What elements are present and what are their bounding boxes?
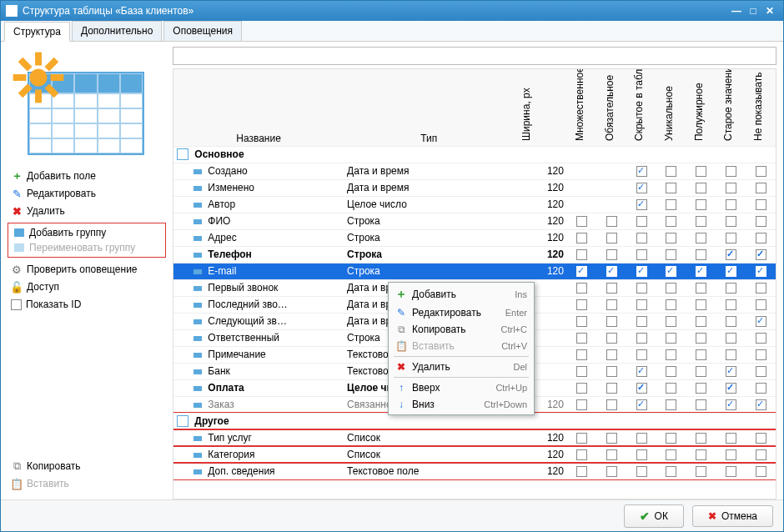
checkbox[interactable] (576, 466, 587, 477)
checkbox[interactable] (726, 216, 736, 227)
group-row[interactable]: Основное (173, 146, 776, 163)
ok-button[interactable]: ✔ОК (624, 504, 684, 528)
checkbox[interactable] (606, 266, 617, 277)
checkbox[interactable] (756, 433, 766, 444)
checkbox[interactable] (666, 449, 676, 460)
checkbox[interactable] (636, 299, 647, 310)
checkbox[interactable] (696, 449, 706, 460)
checkbox[interactable] (576, 299, 587, 310)
checkbox[interactable] (576, 449, 587, 460)
checkbox[interactable] (756, 233, 766, 243)
table-row[interactable]: ТелефонСтрока120 (173, 246, 776, 263)
checkbox[interactable] (726, 199, 736, 210)
checkbox[interactable] (576, 216, 587, 227)
checkbox[interactable] (756, 299, 766, 310)
cm-up[interactable]: ↑ВверхCtrl+Up (390, 379, 532, 396)
table-row[interactable]: ФИОСтрока120 (173, 213, 776, 229)
checkbox[interactable] (696, 466, 706, 477)
checkbox[interactable] (696, 366, 706, 377)
action-add-field[interactable]: ＋Добавить поле (8, 168, 166, 183)
checkbox[interactable] (696, 216, 706, 227)
checkbox[interactable] (606, 366, 617, 377)
cm-add[interactable]: ＋ДобавитьIns (390, 284, 532, 304)
checkbox[interactable] (606, 233, 617, 243)
checkbox[interactable] (696, 316, 706, 327)
checkbox[interactable] (696, 383, 706, 394)
checkbox[interactable] (696, 233, 706, 243)
checkbox[interactable] (666, 266, 676, 277)
minimize-button[interactable]: — (728, 5, 745, 17)
checkbox[interactable] (636, 266, 647, 277)
checkbox[interactable] (726, 299, 736, 310)
checkbox[interactable] (666, 199, 676, 210)
table-row[interactable]: АвторЦелое число120 (173, 196, 776, 213)
table-row[interactable]: АдресСтрока120 (173, 229, 776, 246)
checkbox[interactable] (756, 249, 766, 260)
checkbox[interactable] (606, 349, 617, 360)
checkbox[interactable] (696, 183, 706, 193)
checkbox[interactable] (696, 266, 706, 277)
checkbox[interactable] (606, 316, 617, 327)
checkbox[interactable] (636, 433, 647, 444)
checkbox[interactable] (636, 316, 647, 327)
checkbox[interactable] (756, 266, 766, 277)
checkbox[interactable] (756, 183, 766, 193)
checkbox[interactable] (576, 249, 587, 260)
checkbox[interactable] (726, 466, 736, 477)
close-button[interactable]: ✕ (761, 5, 778, 17)
checkbox[interactable] (636, 466, 647, 477)
checkbox[interactable] (666, 349, 676, 360)
action-show-id[interactable]: Показать ID (8, 297, 166, 312)
table-row[interactable]: КатегорияСписок120 (173, 446, 776, 463)
checkbox[interactable] (756, 333, 766, 344)
checkbox[interactable] (606, 433, 617, 444)
table-row[interactable]: ИзмененоДата и время120 (173, 179, 776, 196)
checkbox[interactable] (666, 366, 676, 377)
checkbox[interactable] (606, 399, 617, 410)
checkbox[interactable] (756, 366, 766, 377)
action-access[interactable]: 🔓Доступ (8, 279, 166, 294)
checkbox[interactable] (666, 333, 676, 344)
checkbox[interactable] (636, 333, 647, 344)
checkbox[interactable] (636, 199, 647, 210)
checkbox[interactable] (666, 466, 676, 477)
cm-edit[interactable]: ✎РедактироватьEnter (390, 304, 532, 321)
checkbox[interactable] (666, 183, 676, 193)
table-row[interactable]: E-mailСтрока120 (173, 263, 776, 279)
checkbox[interactable] (666, 433, 676, 444)
checkbox[interactable] (606, 333, 617, 344)
checkbox[interactable] (636, 166, 647, 177)
checkbox[interactable] (636, 183, 647, 193)
checkbox[interactable] (576, 233, 587, 243)
checkbox[interactable] (726, 183, 736, 193)
checkbox[interactable] (576, 383, 587, 394)
cm-copy[interactable]: ⧉КопироватьCtrl+C (390, 321, 532, 338)
checkbox[interactable] (606, 466, 617, 477)
checkbox[interactable] (726, 366, 736, 377)
checkbox[interactable] (696, 399, 706, 410)
cm-down[interactable]: ↓ВнизCtrl+Down (390, 396, 532, 413)
checkbox[interactable] (666, 249, 676, 260)
checkbox[interactable] (756, 216, 766, 227)
cancel-button[interactable]: ✖Отмена (692, 505, 773, 527)
checkbox[interactable] (666, 216, 676, 227)
checkbox[interactable] (606, 283, 617, 294)
checkbox[interactable] (606, 383, 617, 394)
checkbox[interactable] (696, 166, 706, 177)
checkbox[interactable] (696, 249, 706, 260)
action-edit[interactable]: ✎Редактировать (8, 186, 166, 201)
checkbox[interactable] (726, 233, 736, 243)
checkbox[interactable] (756, 199, 766, 210)
checkbox[interactable] (636, 233, 647, 243)
checkbox[interactable] (726, 333, 736, 344)
checkbox[interactable] (696, 333, 706, 344)
checkbox[interactable] (756, 349, 766, 360)
checkbox[interactable] (756, 166, 766, 177)
checkbox[interactable] (696, 199, 706, 210)
checkbox[interactable] (636, 349, 647, 360)
checkbox[interactable] (696, 433, 706, 444)
checkbox[interactable] (756, 316, 766, 327)
checkbox[interactable] (666, 283, 676, 294)
checkbox[interactable] (726, 349, 736, 360)
checkbox[interactable] (576, 283, 587, 294)
